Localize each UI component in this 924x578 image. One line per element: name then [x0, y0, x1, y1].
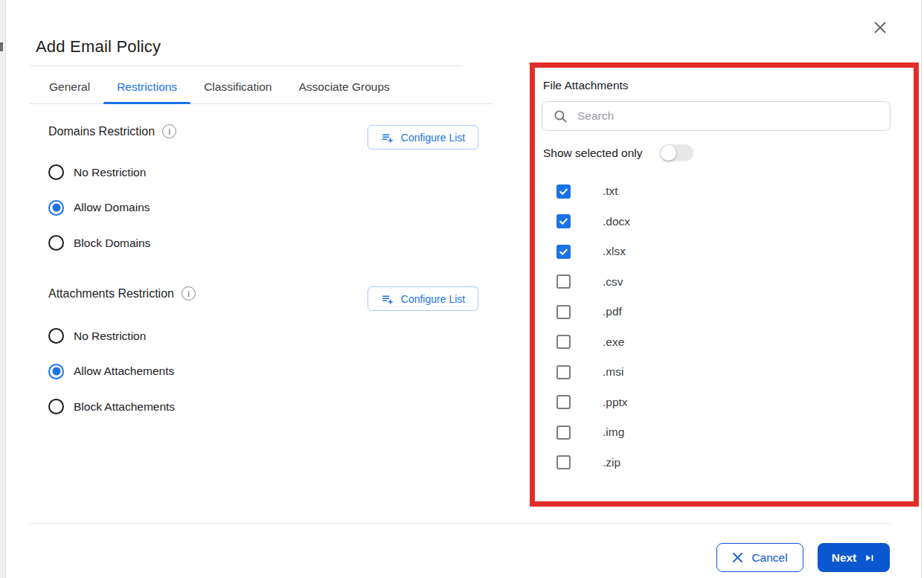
- checkbox-icon[interactable]: [556, 184, 571, 199]
- attachments-restriction-header: Attachments Restriction i: [48, 286, 196, 301]
- file-type-row[interactable]: .docx: [556, 207, 906, 237]
- dialog-right-edge: [921, 0, 922, 578]
- search-box[interactable]: [542, 101, 891, 131]
- tab[interactable]: Restrictions: [103, 71, 190, 103]
- radio-option[interactable]: Allow Domains: [48, 199, 150, 216]
- file-type-label: .zip: [603, 456, 620, 469]
- checkbox-icon[interactable]: [556, 245, 571, 259]
- radio-option[interactable]: Block Domains: [48, 234, 150, 251]
- configure-attachments-list-button[interactable]: Configure List: [368, 286, 478, 311]
- radio-option[interactable]: No Restriction: [48, 327, 175, 344]
- show-selected-label: Show selected only: [543, 147, 643, 160]
- checkbox-icon[interactable]: [556, 395, 571, 409]
- file-type-row[interactable]: .msi: [556, 357, 906, 388]
- attachments-restriction-title: Attachments Restriction: [48, 287, 174, 301]
- file-type-label: .msi: [603, 365, 623, 379]
- tab[interactable]: Associate Groups: [285, 71, 402, 103]
- cancel-label: Cancel: [751, 551, 787, 565]
- file-type-row[interactable]: .xlsx: [556, 237, 906, 267]
- dialog-title: Add Email Policy: [36, 37, 161, 57]
- radio-option[interactable]: No Restriction: [48, 164, 150, 181]
- file-type-row[interactable]: .zip: [556, 448, 906, 478]
- info-icon[interactable]: i: [162, 124, 176, 138]
- checkbox-icon[interactable]: [556, 305, 571, 319]
- checkbox-icon[interactable]: [556, 335, 571, 349]
- file-type-label: .exe: [603, 335, 624, 349]
- radio-button-icon: [48, 364, 64, 379]
- file-type-label: .txt: [603, 184, 618, 198]
- file-type-label: .pptx: [603, 396, 628, 409]
- footer-divider: [30, 523, 890, 524]
- configure-domains-list-button[interactable]: Configure List: [368, 125, 478, 150]
- checkbox-icon[interactable]: [556, 426, 571, 440]
- cancel-button[interactable]: Cancel: [716, 543, 803, 572]
- cancel-x-icon: [732, 552, 743, 563]
- playlist-add-icon: [381, 292, 394, 306]
- radio-button-icon: [48, 328, 64, 344]
- next-button[interactable]: Next: [818, 543, 890, 572]
- radio-option[interactable]: Block Attachements: [48, 398, 175, 415]
- tab-label: Associate Groups: [298, 80, 389, 94]
- configure-list-label: Configure List: [401, 132, 465, 144]
- checkbox-icon[interactable]: [556, 214, 571, 228]
- file-type-row[interactable]: .csv: [556, 267, 906, 298]
- radio-option[interactable]: Allow Attachements: [48, 363, 175, 380]
- title-divider: [30, 65, 463, 66]
- next-label: Next: [832, 551, 857, 565]
- show-selected-row: Show selected only: [543, 144, 693, 161]
- file-type-label: .img: [603, 426, 624, 439]
- tab-label: General: [49, 80, 90, 94]
- radio-option-label: No Restriction: [74, 166, 146, 179]
- show-selected-toggle[interactable]: [660, 144, 693, 161]
- search-input[interactable]: [577, 109, 890, 123]
- page-background-strip: [0, 0, 6, 578]
- attachments-restriction-options: No Restriction Allow Attachements Block …: [48, 327, 175, 434]
- tab[interactable]: General: [36, 71, 103, 103]
- file-type-label: .xlsx: [603, 245, 626, 258]
- tab-bar: General Restrictions Classification Asso…: [30, 71, 493, 104]
- file-type-label: .csv: [603, 275, 623, 289]
- file-type-label: .pdf: [603, 305, 622, 318]
- domains-restriction-header: Domains Restriction i: [48, 124, 176, 138]
- annotation-rectangle-file-attachments-panel: File Attachments Show selected only .txt: [530, 62, 919, 507]
- search-icon: [554, 109, 568, 123]
- domains-restriction-title: Domains Restriction: [48, 125, 155, 138]
- close-icon[interactable]: [870, 18, 890, 37]
- file-type-row[interactable]: .img: [556, 417, 906, 448]
- radio-button-icon: [48, 235, 64, 251]
- info-icon[interactable]: i: [182, 286, 196, 301]
- radio-button-icon: [48, 399, 64, 414]
- radio-option-label: Block Attachements: [74, 400, 175, 414]
- background-artifact: [0, 42, 3, 51]
- playlist-add-icon: [381, 131, 394, 144]
- checkbox-icon[interactable]: [556, 455, 571, 469]
- tab[interactable]: Classification: [190, 71, 285, 103]
- file-type-row[interactable]: .pdf: [556, 297, 906, 327]
- radio-option-label: Block Domains: [74, 237, 150, 250]
- file-type-list: .txt .docx .xlsx .csv: [556, 176, 906, 478]
- radio-option-label: No Restriction: [74, 330, 146, 343]
- checkbox-icon[interactable]: [556, 274, 571, 289]
- tab-label: Restrictions: [117, 80, 177, 94]
- file-type-row[interactable]: .exe: [556, 327, 906, 358]
- file-type-label: .docx: [603, 215, 630, 228]
- radio-option-label: Allow Attachements: [74, 365, 174, 378]
- file-type-row[interactable]: .txt: [556, 176, 906, 207]
- domains-restriction-options: No Restriction Allow Domains Block Domai…: [48, 164, 150, 270]
- configure-list-label: Configure List: [401, 293, 465, 305]
- radio-button-icon: [48, 164, 64, 180]
- file-attachments-title: File Attachments: [543, 79, 629, 92]
- tab-label: Classification: [204, 80, 272, 94]
- checkbox-icon[interactable]: [556, 365, 571, 379]
- toggle-knob-icon: [661, 145, 676, 161]
- radio-option-label: Allow Domains: [74, 201, 150, 214]
- file-type-row[interactable]: .pptx: [556, 388, 906, 418]
- radio-button-icon: [48, 200, 64, 216]
- skip-next-icon: [864, 552, 876, 564]
